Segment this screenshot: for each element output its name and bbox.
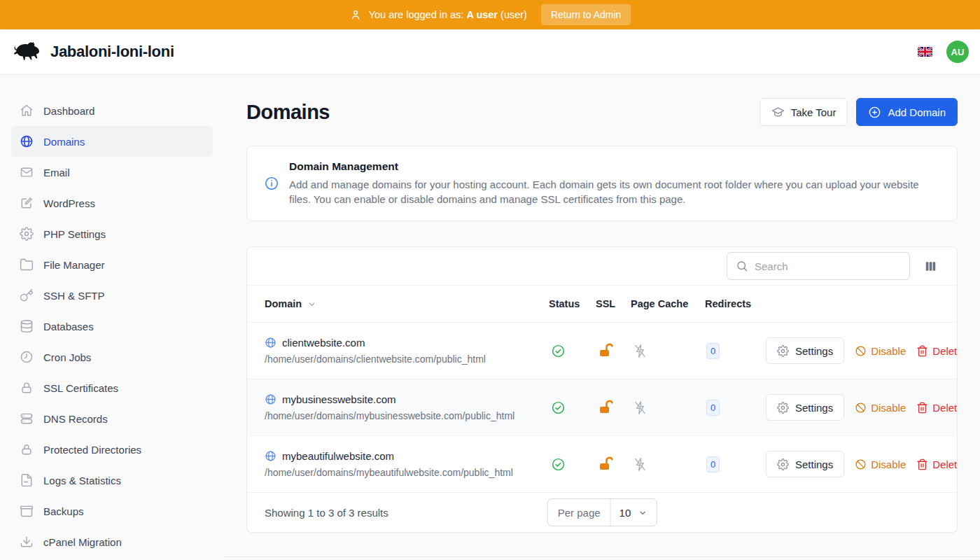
- sidebar-item-file-manager[interactable]: File Manager: [11, 249, 213, 280]
- delete-button[interactable]: Delete: [916, 402, 958, 414]
- file-icon: [20, 473, 34, 487]
- sidebar-item-label: SSL Certificates: [43, 382, 118, 394]
- delete-button[interactable]: Delete: [916, 458, 958, 470]
- sidebar-item-label: PHP Settings: [43, 228, 106, 240]
- column-header-redirects: Redirects: [705, 298, 759, 309]
- sidebar-item-label: File Manager: [43, 259, 105, 271]
- disable-button[interactable]: Disable: [855, 345, 906, 357]
- domain-path: /home/user/domains/mybusinesswebsite.com…: [265, 410, 549, 421]
- table-row: mybeautifulwebsite.com /home/user/domain…: [247, 436, 957, 493]
- search-box: [727, 252, 910, 280]
- lock-icon: [20, 381, 34, 395]
- mail-icon: [20, 165, 34, 179]
- domain-name[interactable]: mybusinesswebsite.com: [282, 393, 396, 405]
- add-domain-button[interactable]: Add Domain: [856, 98, 958, 126]
- zap-off-icon[interactable]: [633, 344, 705, 358]
- sidebar-item-php-settings[interactable]: PHP Settings: [11, 218, 213, 249]
- page-title: Domains: [246, 101, 330, 124]
- table-header-row: Domain Status SSL Page Cache Redirects: [247, 285, 957, 323]
- main-content: Domains Take Tour Add Domain Domain Mana…: [224, 74, 980, 560]
- sidebar-item-logs-statistics[interactable]: Logs & Statistics: [11, 465, 213, 496]
- columns-toggle-button[interactable]: [923, 258, 939, 274]
- zap-off-icon[interactable]: [633, 400, 705, 415]
- disable-button[interactable]: Disable: [855, 458, 906, 470]
- sidebar-item-domains[interactable]: Domains: [11, 126, 213, 157]
- redirects-badge: 0: [706, 343, 720, 359]
- user-avatar[interactable]: AU: [946, 41, 969, 63]
- domain-name[interactable]: mybeautifulwebsite.com: [282, 450, 394, 462]
- page-divider: [224, 556, 980, 557]
- graduation-cap-icon: [771, 106, 785, 119]
- sidebar-item-ssl-certificates[interactable]: SSL Certificates: [11, 372, 213, 403]
- unlock-icon[interactable]: [598, 342, 631, 359]
- info-card-title: Domain Management: [289, 160, 940, 173]
- edit-icon: [20, 196, 34, 210]
- sidebar-item-cron-jobs[interactable]: Cron Jobs: [11, 342, 213, 372]
- table-row: mybusinesswebsite.com /home/user/domains…: [247, 379, 957, 436]
- sidebar-item-label: WordPress: [43, 197, 95, 209]
- settings-button[interactable]: Settings: [766, 337, 844, 364]
- sidebar-item-cpanel-migration[interactable]: cPanel Migration: [11, 526, 213, 557]
- take-tour-button[interactable]: Take Tour: [760, 98, 848, 126]
- plus-circle-icon: [868, 106, 881, 119]
- banner-text: You are logged in as: A user (user): [369, 9, 527, 20]
- redirects-badge: 0: [706, 400, 720, 416]
- sidebar-item-label: Cron Jobs: [43, 351, 91, 363]
- database-icon: [20, 319, 34, 333]
- sidebar-item-label: SSH & SFTP: [43, 290, 105, 302]
- search-input[interactable]: [755, 260, 901, 272]
- results-summary: Showing 1 to 3 of 3 results: [265, 507, 388, 519]
- folder-icon: [20, 258, 34, 272]
- sidebar-item-dashboard[interactable]: Dashboard: [11, 95, 213, 126]
- globe-icon: [265, 337, 276, 349]
- sidebar-item-databases[interactable]: Databases: [11, 311, 213, 342]
- trash-icon: [916, 345, 928, 357]
- table-row: clientwebsite.com /home/user/domains/cli…: [247, 323, 957, 379]
- sidebar-item-label: Logs & Statistics: [43, 475, 121, 486]
- globe-icon: [265, 393, 276, 405]
- domain-name[interactable]: clientwebsite.com: [282, 337, 365, 349]
- sidebar-item-dns-records[interactable]: DNS Records: [11, 403, 213, 434]
- take-tour-label: Take Tour: [791, 106, 836, 118]
- globe-icon: [265, 450, 276, 462]
- person-icon: [349, 8, 362, 21]
- slash-circle-icon: [855, 458, 867, 470]
- sidebar-item-backups[interactable]: Backups: [11, 496, 213, 526]
- zap-off-icon[interactable]: [633, 457, 705, 472]
- sidebar-item-label: Backups: [43, 505, 84, 517]
- sidebar: Dashboard Domains Email WordPress PHP Se…: [0, 74, 224, 560]
- gear-icon: [777, 345, 789, 357]
- check-circle-icon: [551, 457, 596, 472]
- sidebar-item-ssh-sftp[interactable]: SSH & SFTP: [11, 280, 213, 311]
- impersonation-banner: You are logged in as: A user (user) Retu…: [0, 0, 980, 29]
- column-header-page-cache: Page Cache: [631, 298, 705, 309]
- slash-circle-icon: [855, 402, 867, 414]
- return-to-admin-button[interactable]: Return to Admin: [541, 4, 631, 25]
- boar-logo-icon: [11, 40, 43, 64]
- domain-management-info-card: Domain Management Add and manage domains…: [246, 146, 958, 221]
- settings-button[interactable]: Settings: [766, 394, 844, 421]
- home-icon: [20, 104, 34, 118]
- sidebar-item-wordpress[interactable]: WordPress: [11, 188, 213, 218]
- brand-title: Jabaloni-loni-loni: [50, 43, 174, 61]
- unlock-icon[interactable]: [598, 456, 631, 472]
- sidebar-item-protected-directories[interactable]: Protected Directories: [11, 434, 213, 465]
- columns-icon: [924, 260, 937, 273]
- download-icon: [20, 535, 34, 549]
- check-circle-icon: [551, 400, 596, 415]
- per-page-value: 10: [620, 507, 631, 519]
- uk-flag-icon[interactable]: [918, 47, 932, 57]
- per-page-select[interactable]: Per page 10: [547, 498, 657, 526]
- unlock-icon[interactable]: [598, 399, 631, 416]
- settings-button[interactable]: Settings: [766, 451, 844, 477]
- chevron-down-icon: [637, 507, 648, 518]
- column-header-domain[interactable]: Domain: [265, 298, 549, 309]
- per-page-label: Per page: [548, 499, 611, 526]
- sidebar-item-label: Domains: [43, 136, 85, 148]
- disable-button[interactable]: Disable: [855, 402, 906, 414]
- domain-path: /home/user/domains/mybeautifulwebsite.co…: [265, 467, 549, 478]
- trash-icon: [916, 402, 928, 414]
- trash-icon: [916, 458, 928, 470]
- delete-button[interactable]: Delete: [916, 345, 958, 357]
- sidebar-item-email[interactable]: Email: [11, 157, 213, 188]
